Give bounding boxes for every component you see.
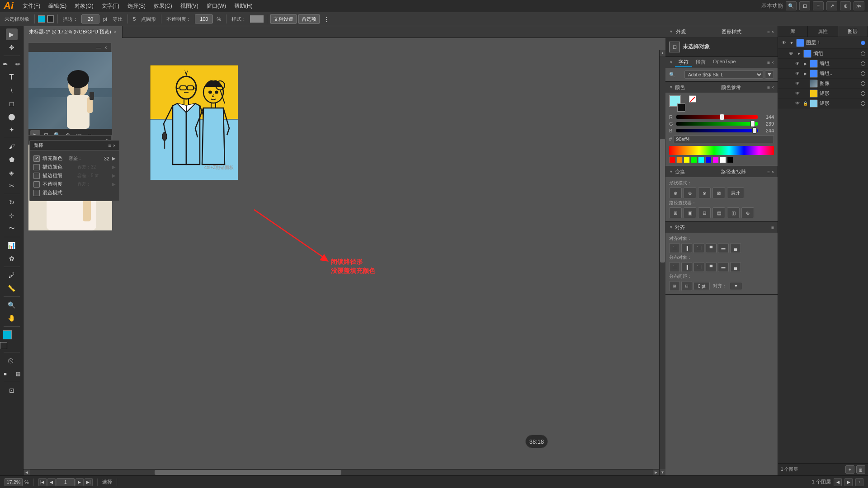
magic-panel-close[interactable]: × (113, 143, 116, 148)
sw-expand[interactable]: ▶ (112, 173, 116, 178)
dist-hcenter-button[interactable]: ▐ (681, 262, 692, 272)
artboard-back[interactable]: ◀ (834, 478, 842, 486)
dist-left-button[interactable]: ⬛ (669, 262, 680, 272)
menu-effect[interactable]: 效果(C) (150, 1, 176, 11)
layer-expand-img[interactable] (802, 81, 808, 86)
character-header[interactable]: ▼ 字符 段落 OpenType ≡ × (665, 57, 778, 68)
symbol-sprayer-tool[interactable]: ✿ (6, 253, 18, 264)
zoom-tool[interactable]: 🔍 (6, 299, 18, 311)
outline-button[interactable]: ◫ (727, 207, 740, 218)
layer-group-2[interactable]: 👁 ▶ 编组 (778, 59, 868, 69)
menu-edit[interactable]: 编辑(E) (45, 1, 70, 11)
b-slider-thumb[interactable] (752, 127, 757, 134)
minus-back-button[interactable]: ⊕ (741, 207, 754, 218)
swatch-white[interactable] (720, 157, 726, 163)
scroll-thumb-h[interactable] (155, 470, 341, 475)
scissors-tool[interactable]: ✂ (6, 180, 18, 192)
scroll-track-h[interactable] (30, 469, 653, 475)
warp-tool[interactable]: 〜 (6, 223, 18, 235)
stroke-width-input[interactable] (81, 14, 99, 23)
background-color[interactable] (0, 342, 7, 349)
swatch-cyan[interactable] (698, 157, 704, 163)
layer-circle-g2[interactable] (861, 61, 865, 66)
color-icon[interactable]: ■ (0, 368, 11, 380)
layer-vis-1[interactable]: 👁 (781, 40, 787, 46)
pf-close-icon[interactable]: × (771, 169, 774, 174)
menu-window[interactable]: 窗口(W) (203, 1, 230, 11)
horizontal-scrollbar[interactable]: ◀ ▶ (24, 469, 659, 475)
more-options-icon[interactable]: ⋮ (321, 14, 331, 24)
pencil-tool[interactable]: ✏ (12, 58, 24, 70)
scale-tool[interactable]: ⊹ (6, 210, 18, 221)
menu-help[interactable]: 帮助(H) (231, 1, 256, 11)
menu-object[interactable]: 对象(O) (71, 1, 97, 11)
swatch-orange[interactable] (676, 157, 683, 163)
b-slider[interactable] (676, 129, 758, 132)
create-new-view[interactable]: + (855, 478, 863, 486)
eraser-tool[interactable]: ◈ (6, 167, 18, 178)
appearance-header[interactable]: ▼ 外观 图形样式 ≡ × (665, 26, 778, 37)
scroll-up-button[interactable]: ▲ (660, 50, 666, 56)
prev-page-button[interactable]: ◀ (47, 478, 56, 486)
layer-expand-g3[interactable]: ▶ (802, 71, 808, 76)
align-menu-icon[interactable]: ≡ (771, 225, 774, 230)
tolerance-expand[interactable]: ▶ (112, 156, 116, 161)
layer-circle-r2[interactable] (861, 101, 865, 106)
layer-rect-1[interactable]: 👁 矩形 (778, 89, 868, 99)
dist-bottom-button[interactable]: ▄ (730, 262, 741, 272)
layer-vis-r2[interactable]: 👁 (794, 100, 801, 107)
layer-circle-g1[interactable] (861, 52, 865, 56)
menu-file[interactable]: 文件(F) (19, 1, 44, 11)
layer-circle-r1[interactable] (861, 91, 865, 96)
swatch-magenta[interactable] (712, 157, 719, 163)
spacing-input[interactable] (693, 282, 710, 290)
foreground-color[interactable] (3, 330, 12, 339)
graph-tool[interactable]: 📊 (6, 239, 18, 251)
swatch-green[interactable] (691, 157, 697, 163)
tab-paragraph[interactable]: 段落 (692, 58, 709, 67)
pen-tool[interactable]: ✒ (0, 58, 11, 70)
pf-menu-icon[interactable]: ≡ (767, 169, 770, 174)
align-dropdown[interactable]: ▼ (730, 282, 742, 290)
font-expand-button[interactable]: ▼ (765, 70, 774, 79)
tab-close-button[interactable]: × (114, 29, 117, 34)
photo-ref-minimize[interactable]: — (96, 45, 101, 50)
fill-color-checkbox[interactable]: ✓ (33, 155, 40, 162)
panel-menu-icon[interactable]: ≡ (767, 29, 770, 34)
blob-brush-tool[interactable]: ⬟ (6, 154, 18, 165)
first-page-button[interactable]: |◀ (38, 478, 47, 486)
add-layer-button[interactable]: + (845, 465, 854, 474)
layer-circle-1[interactable] (861, 41, 865, 45)
tab-layers[interactable]: 图层 (838, 26, 868, 37)
merge-button[interactable]: ⊟ (698, 207, 711, 218)
menu-icon-4[interactable]: ⊕ (840, 1, 851, 10)
dist-right-button[interactable]: ⬛ (693, 262, 704, 272)
expand-button[interactable]: 展开 (727, 188, 744, 198)
align-header[interactable]: ▼ 对齐 ≡ (665, 222, 778, 233)
opacity-input[interactable] (195, 14, 213, 23)
layer-vis-g2[interactable]: 👁 (794, 61, 801, 67)
scroll-thumb-v[interactable] (660, 139, 665, 263)
vertical-scrollbar[interactable]: ▲ ▼ (659, 50, 665, 475)
align-top-button[interactable]: ▀ (706, 243, 717, 253)
star-tool[interactable]: ✦ (6, 124, 18, 136)
dist-sp-v-button[interactable]: ⊟ (681, 281, 692, 291)
style-swatch[interactable] (250, 15, 264, 23)
ellipse-tool[interactable]: ⬤ (6, 111, 18, 122)
photo-ref-close[interactable]: × (103, 45, 108, 50)
preferences-button[interactable]: 首选项 (298, 14, 320, 24)
color-header[interactable]: ▼ 颜色 颜色参考 ≡ × (665, 82, 778, 93)
swatch-red[interactable] (669, 157, 675, 163)
collapse-1[interactable]: ▼ (669, 29, 673, 34)
tab-character[interactable]: 字符 (675, 58, 692, 67)
opacity-checkbox[interactable] (33, 181, 40, 188)
hand-tool[interactable]: 🤚 (6, 312, 18, 324)
scroll-down-button[interactable]: ▼ (660, 469, 666, 475)
crop-button[interactable]: ▤ (712, 207, 725, 218)
color-close-icon[interactable]: × (771, 85, 774, 90)
g-slider[interactable] (676, 122, 758, 126)
menu-view[interactable]: 视图(V) (177, 1, 202, 11)
gradient-icon[interactable]: ▦ (12, 368, 24, 380)
align-hcenter-button[interactable]: ▐ (681, 243, 692, 253)
opacity-expand[interactable]: ▶ (112, 182, 116, 187)
